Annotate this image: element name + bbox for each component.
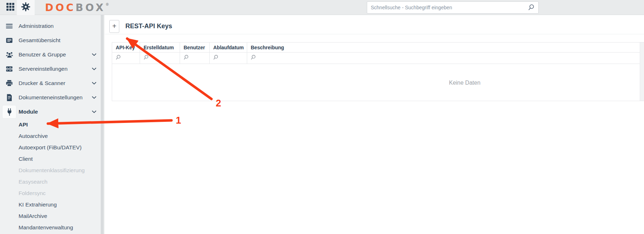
subitem-label: API <box>19 121 28 128</box>
registered-mark: ® <box>105 3 109 6</box>
sidebar-item-label: Gesamtübersicht <box>19 37 60 44</box>
subitem-label: KI Extrahierung <box>19 201 57 208</box>
sidebar-subitem-foldersync: Foldersync <box>0 188 104 199</box>
column-header-erstelldatum[interactable]: Erstelldatum <box>140 43 180 52</box>
filter-input-beschreibung[interactable] <box>247 53 640 64</box>
search-icon[interactable] <box>528 4 535 11</box>
sidebar-subitem-dokumentenklassifizierung: Dokumentenklassifizierung <box>0 165 104 176</box>
sidebar-item-label: Benutzer & Gruppe <box>19 51 66 58</box>
sidebar-subitem-easysearch: Easysearch <box>0 176 104 188</box>
filter-input-erstelldatum[interactable] <box>140 53 180 64</box>
docbox-app: DOCBOX® Administration <box>0 0 644 234</box>
subitem-label: Autoarchive <box>19 133 48 139</box>
chevron-down-icon <box>92 96 96 99</box>
sidebar-item-benutzer-gruppe[interactable]: Benutzer & Gruppe <box>0 48 104 62</box>
search-icon <box>213 55 219 62</box>
docbox-logo: DOCBOX® <box>45 0 109 15</box>
column-header-benutzer[interactable]: Benutzer <box>180 43 210 52</box>
logo-part-doc: DOC <box>45 2 76 14</box>
filter-input-ablaufdatum[interactable] <box>210 53 247 64</box>
server-icon <box>3 63 16 75</box>
column-header-beschreibung[interactable]: Beschreibung <box>247 43 640 52</box>
filter-input-benutzer[interactable] <box>180 53 210 64</box>
subitem-label: Mandantenverwaltung <box>19 224 73 231</box>
table-header-row: API-Key Erstelldatum Benutzer Ablaufdatu… <box>112 43 640 53</box>
settings-button[interactable] <box>17 0 35 15</box>
sidebar-item-module[interactable]: Module <box>0 105 104 119</box>
column-header-api-key[interactable]: API-Key <box>112 43 140 52</box>
menu-icon <box>3 20 16 33</box>
sidebar-item-gesamtuebersicht[interactable]: Gesamtübersicht <box>0 33 104 48</box>
sidebar-scrollbar[interactable] <box>101 15 104 234</box>
sidebar-item-administration[interactable]: Administration <box>0 19 104 33</box>
sidebar-item-label: Servereinstellungen <box>19 66 68 72</box>
search-icon <box>143 55 149 62</box>
document-icon <box>3 91 16 104</box>
chevron-down-icon <box>92 68 96 70</box>
sidebar-item-dokumenteneinstellungen[interactable]: Dokumenteneinstellungen <box>0 90 104 105</box>
sidebar-subitem-mandantenverwaltung[interactable]: Mandantenverwaltung <box>0 222 104 233</box>
sidebar-item-label: Dokumenteneinstellungen <box>19 94 83 101</box>
add-api-key-button[interactable]: + <box>109 20 119 33</box>
sidebar-subitem-autoarchive[interactable]: Autoarchive <box>0 130 104 142</box>
sidebar-subitem-api[interactable]: API <box>0 119 104 130</box>
page-header: + REST-API Keys <box>105 15 644 34</box>
subitem-label: Dokumentenklassifizierung <box>19 167 85 174</box>
plug-icon <box>3 105 16 118</box>
subitem-label: Autoexport (FiBu/DATEV) <box>19 144 81 151</box>
table-scrollbar[interactable] <box>640 43 644 101</box>
subitem-label: Easysearch <box>19 179 48 185</box>
api-keys-table: API-Key Erstelldatum Benutzer Ablaufdatu… <box>112 42 644 101</box>
filter-input-api-key[interactable] <box>112 53 140 64</box>
sidebar: Administration Gesamtübersicht <box>0 15 104 234</box>
sidebar-item-label: Module <box>19 109 38 115</box>
subitem-label: MailArchive <box>19 213 47 219</box>
page-title: REST-API Keys <box>125 23 172 30</box>
search-icon <box>115 55 121 62</box>
subitem-label: Foldersync <box>19 190 46 196</box>
overview-icon <box>3 34 16 47</box>
content-area: + REST-API Keys API-Key Erstelldatum Ben… <box>105 15 644 234</box>
users-icon <box>3 48 16 61</box>
topbar: DOCBOX® <box>0 0 644 15</box>
gear-icon <box>21 2 30 13</box>
search-icon <box>183 55 189 62</box>
sidebar-item-drucker-scanner[interactable]: Drucker & Scanner <box>0 76 104 90</box>
sidebar-item-servereinstellungen[interactable]: Servereinstellungen <box>0 62 104 76</box>
logo-part-box: BOX <box>76 2 106 14</box>
apps-grid-button[interactable] <box>4 0 17 15</box>
sidebar-subitem-mailarchive[interactable]: MailArchive <box>0 210 104 222</box>
table-filter-row <box>112 53 640 64</box>
sidebar-subitem-ki-extrahierung[interactable]: KI Extrahierung <box>0 199 104 210</box>
chevron-down-icon <box>92 110 96 113</box>
search-input[interactable] <box>371 5 525 10</box>
chevron-down-icon <box>92 53 96 56</box>
search-icon <box>250 55 256 62</box>
printer-icon <box>3 77 16 90</box>
quick-search <box>367 1 539 14</box>
sidebar-item-label: Drucker & Scanner <box>19 80 65 86</box>
sidebar-subitem-autoexport[interactable]: Autoexport (FiBu/DATEV) <box>0 142 104 153</box>
subitem-label: Client <box>19 156 33 162</box>
apps-grid-icon <box>6 2 15 13</box>
sidebar-subitem-client[interactable]: Client <box>0 153 104 165</box>
sidebar-item-label: Administration <box>19 23 54 29</box>
empty-table-message: Keine Daten <box>449 80 480 86</box>
column-header-ablaufdatum[interactable]: Ablaufdatum <box>210 43 247 52</box>
chevron-down-icon <box>92 82 96 85</box>
